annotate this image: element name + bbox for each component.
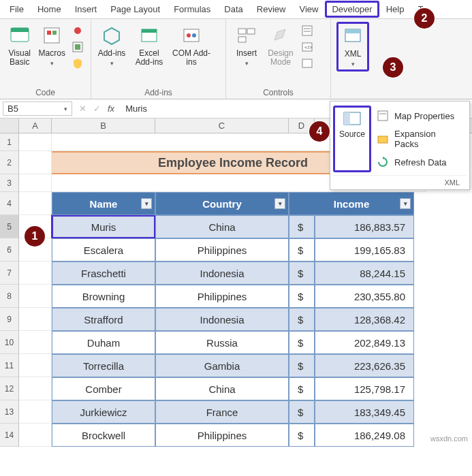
tab-file[interactable]: File bbox=[3, 1, 31, 18]
cell-income[interactable]: 186,883.57 bbox=[315, 215, 414, 238]
design-mode-button[interactable]: Design Mode bbox=[264, 22, 297, 69]
cell[interactable] bbox=[19, 424, 52, 447]
cell-country[interactable]: Russia bbox=[155, 331, 289, 354]
cell[interactable] bbox=[19, 133, 52, 151]
col-C[interactable]: C bbox=[155, 118, 289, 133]
fx-icon[interactable]: fx bbox=[108, 104, 121, 114]
row-header[interactable]: 12 bbox=[0, 377, 19, 400]
cell-currency[interactable]: $ bbox=[289, 261, 315, 285]
cell-income[interactable]: 202,849.13 bbox=[315, 331, 414, 354]
tab-page-layout[interactable]: Page Layout bbox=[104, 1, 167, 18]
cell-name[interactable]: Comber bbox=[52, 377, 155, 400]
xml-button[interactable]: XML ▾ bbox=[336, 22, 369, 72]
row-header[interactable]: 11 bbox=[0, 354, 19, 377]
cell[interactable] bbox=[19, 174, 52, 192]
cell[interactable] bbox=[19, 331, 52, 354]
view-code-icon[interactable]: </> bbox=[300, 39, 315, 54]
cell-country[interactable]: Indonesia bbox=[155, 308, 289, 331]
cell[interactable] bbox=[19, 285, 52, 308]
row-header[interactable]: 1 bbox=[0, 133, 19, 151]
row-header[interactable]: 6 bbox=[0, 238, 19, 261]
cell[interactable] bbox=[19, 400, 52, 424]
row-header[interactable]: 14 bbox=[0, 424, 19, 447]
cell[interactable] bbox=[19, 151, 52, 174]
cell-name[interactable]: Strafford bbox=[52, 308, 155, 331]
cell-country[interactable]: Philippines bbox=[155, 285, 289, 308]
cell-income[interactable]: 186,249.08 bbox=[315, 424, 414, 447]
tab-view[interactable]: View bbox=[292, 1, 325, 18]
cell-country[interactable]: France bbox=[155, 400, 289, 424]
table-header-name[interactable]: Name▾ bbox=[52, 192, 155, 215]
tab-formulas[interactable]: Formulas bbox=[167, 1, 217, 18]
cell[interactable] bbox=[19, 261, 52, 285]
cell[interactable] bbox=[19, 308, 52, 331]
visual-basic-button[interactable]: Visual Basic bbox=[4, 22, 35, 69]
row-header[interactable]: 10 bbox=[0, 331, 19, 354]
filter-icon[interactable]: ▾ bbox=[400, 198, 411, 209]
row-header[interactable]: 3 bbox=[0, 174, 19, 192]
cell-income[interactable]: 183,349.45 bbox=[315, 400, 414, 424]
cell-currency[interactable]: $ bbox=[289, 308, 315, 331]
filter-icon[interactable]: ▾ bbox=[274, 198, 285, 209]
cell-income[interactable]: 230,355.80 bbox=[315, 285, 414, 308]
select-all-corner[interactable] bbox=[0, 118, 19, 133]
tab-developer[interactable]: Developer bbox=[325, 1, 379, 18]
cell-currency[interactable]: $ bbox=[289, 215, 315, 238]
cell-country[interactable]: China bbox=[155, 377, 289, 400]
properties-icon[interactable] bbox=[300, 23, 315, 38]
cell-name[interactable]: Duham bbox=[52, 331, 155, 354]
cell-country[interactable]: Philippines bbox=[155, 238, 289, 261]
cell-country[interactable]: Philippines bbox=[155, 424, 289, 447]
cell-income[interactable]: 88,244.15 bbox=[315, 261, 414, 285]
excel-addins-button[interactable]: Excel Add-ins bbox=[129, 22, 169, 69]
cell-currency[interactable]: $ bbox=[289, 400, 315, 424]
tab-help[interactable]: Help bbox=[379, 1, 411, 18]
insert-control-button[interactable]: Insert ▾ bbox=[230, 22, 263, 70]
table-header-income[interactable]: Income▾ bbox=[289, 192, 414, 215]
cell-income[interactable]: 199,165.83 bbox=[315, 238, 414, 261]
row-header[interactable]: 13 bbox=[0, 400, 19, 424]
cell[interactable] bbox=[19, 192, 52, 215]
cell-currency[interactable]: $ bbox=[289, 331, 315, 354]
cell-name[interactable]: Browning bbox=[52, 285, 155, 308]
tab-data[interactable]: Data bbox=[217, 1, 249, 18]
cell-currency[interactable]: $ bbox=[289, 377, 315, 400]
com-addins-button[interactable]: COM Add-ins bbox=[170, 22, 213, 69]
cell-name[interactable]: Torrecilla bbox=[52, 354, 155, 377]
cell-name[interactable]: Escalera bbox=[52, 238, 155, 261]
refresh-data-button[interactable]: Refresh Data bbox=[371, 153, 467, 171]
cell-country[interactable]: China bbox=[155, 215, 289, 238]
cell-name[interactable]: Brockwell bbox=[52, 424, 155, 447]
map-properties-button[interactable]: Map Properties bbox=[371, 107, 467, 125]
row-header[interactable]: 4 bbox=[0, 192, 19, 215]
row-header[interactable]: 9 bbox=[0, 308, 19, 331]
col-B[interactable]: B bbox=[52, 118, 155, 133]
row-header[interactable]: 7 bbox=[0, 261, 19, 285]
macro-security-icon[interactable] bbox=[70, 56, 85, 71]
row-header[interactable]: 5 bbox=[0, 215, 19, 238]
formula-input[interactable]: Muris bbox=[121, 104, 147, 114]
table-header-country[interactable]: Country▾ bbox=[155, 192, 289, 215]
filter-icon[interactable]: ▾ bbox=[141, 198, 152, 209]
cell-name[interactable]: Jurkiewicz bbox=[52, 400, 155, 424]
addins-button[interactable]: Add-ins ▾ bbox=[95, 22, 128, 70]
xml-source-button[interactable]: Source bbox=[333, 106, 371, 172]
col-A[interactable]: A bbox=[19, 118, 52, 133]
name-box[interactable]: B5 ▾ bbox=[3, 101, 72, 116]
cell-currency[interactable]: $ bbox=[289, 424, 315, 447]
cell-country[interactable]: Indonesia bbox=[155, 261, 289, 285]
cell-income[interactable]: 128,368.42 bbox=[315, 308, 414, 331]
cell[interactable] bbox=[19, 377, 52, 400]
run-dialog-icon[interactable] bbox=[300, 56, 315, 71]
relative-ref-icon[interactable] bbox=[70, 39, 85, 54]
cell-name[interactable]: Muris bbox=[52, 215, 155, 238]
enter-icon[interactable]: ✓ bbox=[93, 104, 101, 114]
cell-income[interactable]: 125,798.17 bbox=[315, 377, 414, 400]
expansion-packs-button[interactable]: Expansion Packs bbox=[371, 126, 467, 152]
cell[interactable] bbox=[19, 354, 52, 377]
cell-name[interactable]: Fraschetti bbox=[52, 261, 155, 285]
row-header[interactable]: 8 bbox=[0, 285, 19, 308]
tab-insert[interactable]: Insert bbox=[68, 1, 104, 18]
record-macro-icon[interactable] bbox=[70, 23, 85, 38]
cancel-icon[interactable]: ✕ bbox=[79, 104, 86, 114]
